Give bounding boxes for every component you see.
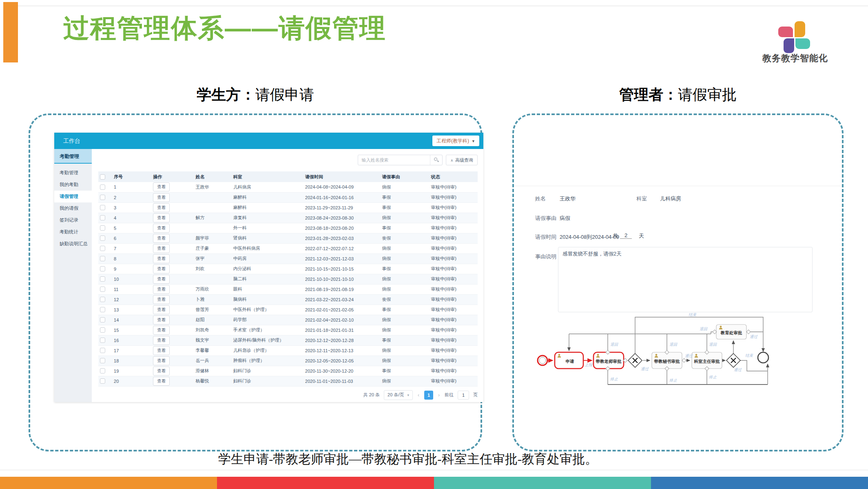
view-button[interactable]: 查看 (153, 234, 170, 243)
cell-time: 2020-12-12~2020-12-28 (303, 335, 380, 345)
row-checkbox[interactable] (100, 195, 105, 200)
view-button[interactable]: 查看 (153, 316, 170, 325)
cell-reason: 事假 (380, 202, 429, 213)
view-button[interactable]: 查看 (153, 182, 170, 191)
row-checkbox[interactable] (100, 378, 105, 384)
select-all-checkbox[interactable] (100, 174, 105, 180)
cell-index: 9 (112, 264, 151, 274)
cell-index: 16 (112, 335, 151, 345)
sidebar-item-label: 考勤管理 (60, 170, 78, 175)
cell-name: 滑健林 (194, 366, 231, 376)
sidebar-item[interactable]: 缺勤说明汇总 (54, 238, 92, 250)
page-size-select[interactable]: 20 条/页▾ (384, 390, 413, 400)
row-checkbox[interactable] (100, 256, 105, 261)
approval-workflow-diagram: 申请 带教老师审批 带教秘书审批 科室主任审批 教育处审批 (520, 311, 814, 403)
view-button[interactable]: 查看 (153, 254, 170, 263)
next-page-button[interactable]: › (437, 392, 441, 398)
cell-reason: 病假 (380, 274, 429, 284)
cell-name: 岳一兵 (194, 356, 231, 366)
cell-name: 李馨馨 (194, 345, 231, 356)
sidebar-item[interactable]: 考勤统计 (54, 226, 92, 238)
row-checkbox[interactable] (100, 327, 105, 333)
label-pass-3: 通过 (734, 367, 742, 372)
goto-page-input[interactable] (458, 391, 469, 400)
row-checkbox[interactable] (100, 236, 105, 241)
view-button[interactable]: 查看 (153, 224, 170, 233)
cell-reason: 病假 (380, 315, 429, 325)
view-button[interactable]: 查看 (153, 275, 170, 284)
slide-corner-accent (3, 2, 18, 62)
label-pass-4: 通过 (750, 334, 758, 339)
search-button[interactable] (430, 155, 442, 165)
view-button[interactable]: 查看 (153, 193, 170, 202)
view-button[interactable]: 查看 (153, 336, 170, 345)
view-button[interactable]: 查看 (153, 377, 170, 386)
sidebar-item[interactable]: 请假管理 (54, 191, 92, 202)
cell-time: 2020-11-01~2020-11-03 (303, 376, 380, 386)
footer-segment-blue (651, 477, 868, 489)
cell-index: 2 (112, 192, 151, 202)
sidebar-item[interactable]: 我的考勤 (54, 179, 92, 191)
row-checkbox[interactable] (100, 287, 105, 292)
row-checkbox[interactable] (100, 348, 105, 353)
task-director-label: 科室主任审批 (694, 359, 720, 364)
cell-index: 20 (112, 376, 151, 386)
cell-index: 4 (112, 213, 151, 223)
current-page-button[interactable]: 1 (424, 391, 433, 400)
row-checkbox[interactable] (100, 266, 105, 271)
row-checkbox[interactable] (100, 225, 105, 231)
col-header-name: 姓名 (194, 171, 231, 182)
advanced-query-button[interactable]: ∧高级查询 (446, 155, 478, 165)
gateway-2 (726, 353, 740, 367)
cell-time: 2021-01-18~2021-01-31 (303, 325, 380, 335)
row-checkbox[interactable] (100, 215, 105, 220)
view-button[interactable]: 查看 (153, 367, 170, 376)
cell-dept: 中医外科（护理） (232, 305, 303, 315)
sidebar-item[interactable]: 我的请假 (54, 202, 92, 214)
view-button[interactable]: 查看 (153, 285, 170, 294)
row-checkbox[interactable] (100, 246, 105, 251)
row-checkbox[interactable] (100, 338, 105, 343)
role-dropdown[interactable]: 工程师(教学科)▼ (432, 136, 479, 146)
cell-time: 2021-03-22~2021-03-24 (303, 294, 380, 305)
sidebar-item[interactable]: 考勤管理 (54, 167, 92, 179)
cell-reason: 病假 (380, 182, 429, 192)
row-checkbox[interactable] (100, 184, 105, 190)
prev-page-button[interactable]: ‹ (417, 392, 420, 398)
row-checkbox[interactable] (100, 276, 105, 282)
table-row: 8 查看 张宇 中药房 2021-12-03~2021-12-03 病假 审核中… (98, 253, 478, 264)
view-button[interactable]: 查看 (153, 326, 170, 335)
cell-name (194, 192, 231, 202)
cell-reason: 事假 (380, 264, 429, 274)
name-field-value: 王政华 (560, 195, 576, 202)
sidebar-section-attendance[interactable]: 考勤管理 (54, 149, 92, 164)
col-header-time: 请假时间 (303, 171, 380, 182)
row-checkbox[interactable] (100, 307, 105, 312)
cell-time: 2021-12-03~2021-12-03 (303, 253, 380, 264)
cell-status: 审核中(待审) (430, 202, 478, 213)
view-button[interactable]: 查看 (153, 203, 170, 212)
view-button[interactable]: 查看 (153, 295, 170, 304)
row-checkbox[interactable] (100, 358, 105, 363)
sidebar-item[interactable]: 签到记录 (54, 214, 92, 226)
row-checkbox[interactable] (100, 317, 105, 322)
view-button[interactable]: 查看 (153, 213, 170, 222)
view-button[interactable]: 查看 (153, 244, 170, 253)
desc-textarea[interactable]: 感冒发烧不舒服，请假2天 (558, 247, 813, 312)
row-checkbox[interactable] (100, 368, 105, 373)
workspace-tab[interactable]: 工作台 (63, 133, 80, 149)
search-input[interactable] (358, 158, 430, 162)
left-panel-heading: 学生方：请假申请 (133, 85, 378, 105)
view-button[interactable]: 查看 (153, 356, 170, 365)
cell-reason: 病假 (380, 284, 429, 294)
row-checkbox[interactable] (100, 205, 105, 210)
label-return-4: 退回 (700, 327, 708, 331)
cell-name: 刘凯奇 (194, 325, 231, 335)
view-button[interactable]: 查看 (153, 305, 170, 314)
row-checkbox[interactable] (100, 297, 105, 302)
cell-reason: 事假 (380, 192, 429, 202)
view-button[interactable]: 查看 (153, 265, 170, 273)
task-teacher-label: 带教老师审批 (596, 359, 622, 364)
table-row: 5 查看 外一科 2023-08-18~2023-08-20 事假 审核中(待审… (98, 223, 478, 233)
view-button[interactable]: 查看 (153, 346, 170, 355)
